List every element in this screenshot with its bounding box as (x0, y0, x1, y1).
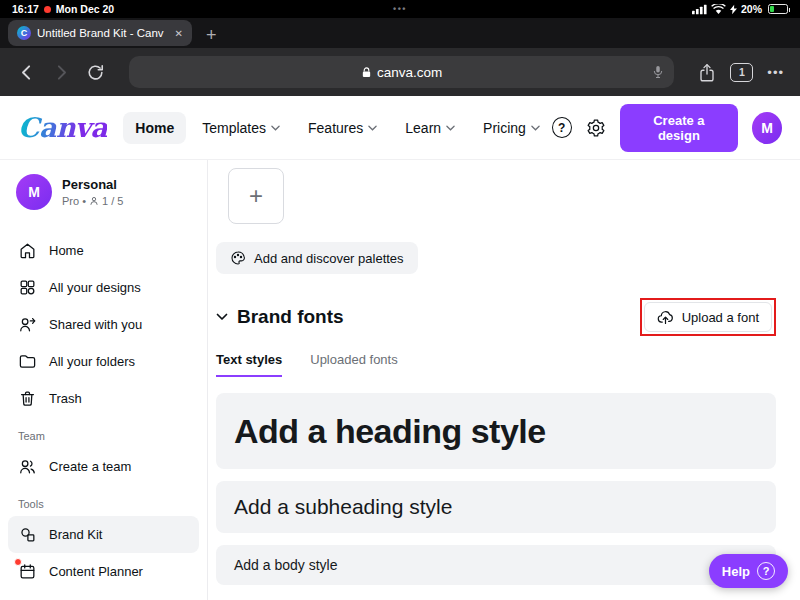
sidebar-item-label: Brand Kit (49, 527, 102, 542)
tab-label: Uploaded fonts (310, 352, 397, 367)
canva-favicon: C (17, 26, 31, 40)
help-button-label: Help (722, 564, 750, 579)
sidebar-item-content-planner[interactable]: Content Planner (8, 553, 199, 590)
collapse-chevron-icon[interactable] (216, 313, 228, 321)
add-heading-style-row[interactable]: Add a heading style (216, 393, 776, 469)
sidebar: M Personal Pro • 1 / 5 Home All your des… (0, 160, 208, 600)
folder-icon (18, 352, 37, 371)
profile-info: Personal Pro • 1 / 5 (62, 177, 123, 207)
cellular-icon (692, 4, 707, 15)
chevron-down-icon (446, 125, 455, 131)
main-content: + Add and discover palettes Brand fonts (208, 160, 800, 600)
charging-bolt-icon (730, 4, 737, 15)
members-icon (89, 196, 99, 206)
add-body-style-row[interactable]: Add a body style (216, 545, 776, 585)
sidebar-item-folders[interactable]: All your folders (8, 343, 199, 380)
main-nav: Home Templates Features Learn Pricing (123, 112, 552, 144)
chevron-down-icon (531, 125, 540, 131)
create-design-button[interactable]: Create a design (620, 104, 738, 152)
app-body: M Personal Pro • 1 / 5 Home All your des… (0, 160, 800, 600)
question-mark-icon: ? (757, 562, 775, 580)
close-tab-icon[interactable]: ✕ (175, 28, 183, 39)
back-button[interactable] (16, 62, 37, 83)
chevron-down-icon (368, 125, 377, 131)
add-subheading-style-row[interactable]: Add a subheading style (216, 481, 776, 533)
nav-label: Pricing (483, 120, 526, 136)
browser-tab-bar: C Untitled Brand Kit - Canv ✕ + (0, 18, 800, 48)
microphone-icon[interactable] (652, 64, 664, 81)
date: Mon Dec 20 (56, 3, 114, 15)
nav-features[interactable]: Features (296, 112, 389, 144)
palette-icon (230, 250, 246, 266)
sidebar-item-label: All your designs (49, 280, 141, 295)
team-section-label: Team (8, 417, 199, 448)
nav-label: Features (308, 120, 363, 136)
trash-icon (18, 389, 37, 408)
profile-plan: Pro • 1 / 5 (62, 195, 123, 207)
wifi-icon (711, 4, 726, 15)
sidebar-item-label: Home (49, 243, 84, 258)
settings-gear-icon[interactable] (586, 118, 606, 138)
battery-fill (770, 6, 774, 12)
status-left: 16:17 Mon Dec 20 (12, 3, 114, 15)
reload-button[interactable] (86, 63, 105, 82)
recording-indicator-icon (44, 6, 51, 13)
add-discover-palettes-button[interactable]: Add and discover palettes (216, 242, 418, 274)
tabs-overview-button[interactable]: 1 (730, 63, 753, 82)
style-row-label: Add a heading style (234, 412, 546, 451)
nav-home[interactable]: Home (123, 112, 186, 144)
brand-kit-icon (18, 525, 37, 544)
sidebar-item-label: Shared with you (49, 317, 142, 332)
nav-label: Learn (405, 120, 441, 136)
url-text: canva.com (377, 65, 442, 80)
shared-person-icon (18, 315, 37, 334)
profile-name: Personal (62, 177, 123, 192)
new-tab-button[interactable]: + (206, 26, 217, 44)
help-button[interactable]: Help ? (709, 554, 788, 588)
upload-font-button[interactable]: Upload a font (644, 302, 772, 332)
nav-pricing[interactable]: Pricing (471, 112, 552, 144)
address-bar[interactable]: canva.com (129, 56, 674, 88)
help-icon[interactable]: ? (552, 117, 572, 138)
nav-learn[interactable]: Learn (393, 112, 467, 144)
canva-logo[interactable]: Canva (18, 112, 107, 143)
sidebar-item-all-designs[interactable]: All your designs (8, 269, 199, 306)
chevron-down-icon (271, 125, 280, 131)
notification-dot (14, 558, 22, 566)
upload-cloud-icon (657, 309, 674, 326)
forward-button[interactable] (51, 62, 72, 83)
designs-grid-icon (18, 278, 37, 297)
account-avatar[interactable]: M (752, 112, 782, 144)
tab-uploaded-fonts[interactable]: Uploaded fonts (310, 352, 397, 377)
nav-templates[interactable]: Templates (190, 112, 292, 144)
profile-block[interactable]: M Personal Pro • 1 / 5 (8, 174, 199, 210)
browser-tab[interactable]: C Untitled Brand Kit - Canv ✕ (8, 20, 192, 46)
section-title: Brand fonts (237, 306, 344, 328)
sidebar-item-trash[interactable]: Trash (8, 380, 199, 417)
palettes-button-label: Add and discover palettes (254, 251, 404, 266)
sidebar-item-brand-kit[interactable]: Brand Kit (8, 516, 199, 553)
seats-label: 1 / 5 (102, 195, 123, 207)
tab-title: Untitled Brand Kit - Canv (37, 27, 169, 39)
sidebar-item-label: Trash (49, 391, 82, 406)
profile-avatar: M (16, 174, 52, 210)
browser-toolbar: canva.com 1 ••• (0, 48, 800, 96)
sidebar-item-shared[interactable]: Shared with you (8, 306, 199, 343)
share-button[interactable] (698, 62, 716, 83)
sidebar-item-create-team[interactable]: Create a team (8, 448, 199, 485)
sidebar-item-home[interactable]: Home (8, 232, 199, 269)
annotation-highlight-box: Upload a font (640, 298, 776, 336)
plan-label: Pro • (62, 195, 86, 207)
plus-icon: + (249, 182, 263, 210)
create-design-label: Create a design (653, 113, 704, 143)
home-icon (18, 241, 37, 260)
sidebar-item-label: All your folders (49, 354, 135, 369)
nav-label: Home (135, 120, 174, 136)
add-palette-tile[interactable]: + (228, 168, 284, 224)
status-right: 20% (692, 3, 788, 15)
calendar-icon (18, 562, 37, 581)
more-button[interactable]: ••• (767, 65, 784, 80)
header-right: ? Create a design M (552, 104, 782, 152)
tab-text-styles[interactable]: Text styles (216, 352, 282, 377)
canva-header: Canva Home Templates Features Learn Pric… (0, 96, 800, 160)
